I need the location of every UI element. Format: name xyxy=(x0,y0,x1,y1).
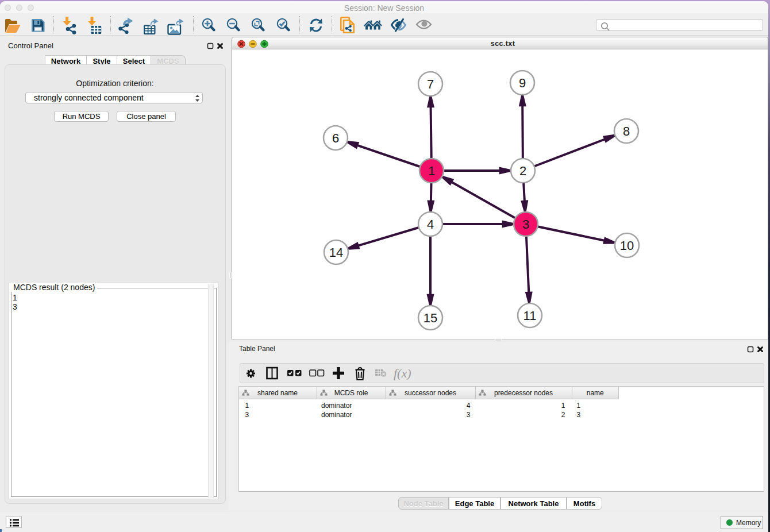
svg-text:15: 15 xyxy=(424,311,437,325)
svg-text:8: 8 xyxy=(623,124,630,138)
svg-text:2: 2 xyxy=(519,164,526,178)
svg-text:9: 9 xyxy=(519,76,526,90)
svg-text:10: 10 xyxy=(620,238,634,253)
svg-text:14: 14 xyxy=(329,245,343,260)
svg-text:3: 3 xyxy=(522,217,529,232)
svg-text:4: 4 xyxy=(427,217,434,232)
svg-text:1: 1 xyxy=(428,164,435,178)
svg-text:7: 7 xyxy=(427,77,434,91)
svg-text:6: 6 xyxy=(332,131,339,145)
svg-text:f(x): f(x) xyxy=(394,366,411,380)
svg-text:11: 11 xyxy=(523,309,537,323)
